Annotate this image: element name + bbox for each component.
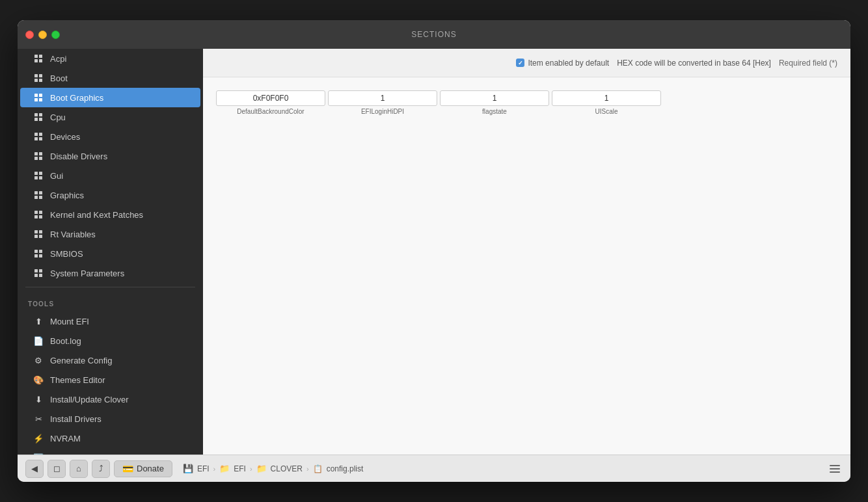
mount-efi-icon: ⬆: [33, 316, 44, 326]
grid-icon-smbios: [33, 248, 44, 259]
donate-button[interactable]: 💳 Donate: [114, 460, 172, 477]
field-efi-login: EFILoginHiDPI: [328, 90, 437, 115]
grid-icon-acpi: [33, 53, 44, 64]
data-area: DefaultBackroundColor EFILoginHiDPI flag…: [203, 77, 850, 455]
grid-icon-kernel: [33, 209, 44, 220]
new-icon: ◻: [53, 464, 61, 473]
item-enabled-group: Item enabled by default: [516, 59, 609, 68]
share-icon: ⤴: [99, 464, 103, 473]
sidebar-item-disable-drivers[interactable]: Disable Drivers: [20, 146, 200, 166]
flagstate-label: flagstate: [482, 108, 507, 115]
breadcrumb-efi1: EFI: [197, 464, 210, 473]
hamburger-line-2: [830, 468, 840, 469]
tools-divider: [25, 287, 195, 287]
item-enabled-checkbox[interactable]: [516, 59, 524, 67]
grid-icon-graphics: [33, 190, 44, 200]
hamburger-line-3: [830, 471, 840, 473]
efi-login-label: EFILoginHiDPI: [361, 108, 404, 115]
breadcrumb-config: config.plist: [327, 464, 364, 473]
grid-icon-gui: [33, 170, 44, 181]
grid-icon-system: [33, 268, 44, 278]
new-button[interactable]: ◻: [47, 460, 66, 478]
sidebar-item-install-drivers[interactable]: ✂ Install Drivers: [20, 409, 200, 429]
titlebar: SECTIONS: [18, 20, 850, 49]
field-uiscale: UIScale: [552, 90, 661, 115]
boot-log-icon: 📄: [33, 336, 44, 346]
breadcrumb: 💾 EFI › 📁 EFI › 📁 CLOVER › 📋 config.plis…: [176, 464, 823, 473]
grid-icon-devices: [33, 131, 44, 142]
flagstate-input[interactable]: [440, 90, 549, 106]
sidebar: Acpi Boot Boot Graphics Cpu: [18, 49, 203, 455]
home-button[interactable]: ⌂: [70, 460, 88, 478]
home-icon: ⌂: [76, 464, 81, 473]
titlebar-label: SECTIONS: [411, 30, 456, 39]
efi-drive-icon: 💾: [183, 464, 193, 473]
required-field-label: Required field (*): [779, 59, 837, 68]
grid-icon-rt: [33, 229, 44, 239]
breadcrumb-sep-2: ›: [250, 465, 252, 473]
default-background-input[interactable]: [216, 90, 325, 106]
sidebar-item-gui[interactable]: Gui: [20, 166, 200, 185]
default-background-label: DefaultBackroundColor: [237, 108, 304, 115]
sidebar-item-acpi[interactable]: Acpi: [20, 49, 200, 68]
generate-config-icon: ⚙: [33, 355, 44, 365]
sidebar-item-boot[interactable]: Boot: [20, 68, 200, 88]
sidebar-item-smbios[interactable]: SMBIOS: [20, 244, 200, 263]
breadcrumb-sep-3: ›: [306, 465, 309, 473]
tools-section-label: TOOLS: [18, 291, 203, 311]
share-button[interactable]: ⤴: [92, 460, 110, 478]
item-enabled-label: Item enabled by default: [528, 59, 609, 68]
footer: ◀ ◻ ⌂ ⤴ 💳 Donate 💾 EFI › 📁 EFI › 📁 CLOVE…: [18, 455, 850, 482]
fields-row: DefaultBackroundColor EFILoginHiDPI flag…: [216, 90, 837, 115]
hamburger-menu[interactable]: [827, 462, 843, 475]
close-button[interactable]: [25, 31, 34, 39]
sidebar-item-hex-converter[interactable]: 🔄 HEX converter: [20, 448, 200, 455]
sidebar-item-devices[interactable]: Devices: [20, 127, 200, 146]
install-drivers-icon: ✂: [33, 414, 44, 424]
sidebar-item-boot-log[interactable]: 📄 Boot.log: [20, 331, 200, 350]
grid-icon-cpu: [33, 112, 44, 122]
hex-label: HEX code will be converted in base 64 [H…: [617, 59, 771, 68]
efi-login-input[interactable]: [328, 90, 437, 106]
sidebar-item-kernel-kext[interactable]: Kernel and Kext Patches: [20, 205, 200, 224]
sidebar-item-graphics[interactable]: Graphics: [20, 185, 200, 205]
minimize-button[interactable]: [38, 31, 47, 39]
main-window: SECTIONS Acpi Boot Boo: [18, 20, 850, 482]
breadcrumb-sep-1: ›: [213, 465, 216, 473]
uiscale-label: UIScale: [595, 108, 617, 115]
grid-icon-boot: [33, 73, 44, 83]
back-button[interactable]: ◀: [25, 460, 44, 478]
breadcrumb-efi2: EFI: [234, 464, 246, 473]
folder-clover-icon: 📁: [256, 464, 267, 473]
grid-icon-disable-drivers: [33, 151, 44, 161]
maximize-button[interactable]: [51, 31, 60, 39]
sidebar-item-cpu[interactable]: Cpu: [20, 107, 200, 127]
file-plist-icon: 📋: [313, 464, 323, 473]
toolbar: Item enabled by default HEX code will be…: [203, 49, 850, 77]
sidebar-item-nvram[interactable]: ⚡ NVRAM: [20, 429, 200, 448]
uiscale-input[interactable]: [552, 90, 661, 106]
back-icon: ◀: [31, 464, 38, 473]
sidebar-item-install-clover[interactable]: ⬇ Install/Update Clover: [20, 390, 200, 409]
sidebar-item-system-parameters[interactable]: System Parameters: [20, 263, 200, 283]
hamburger-line-1: [830, 465, 840, 466]
grid-icon-boot-graphics: [33, 92, 44, 103]
donate-card-icon: 💳: [122, 464, 133, 474]
content-area: Item enabled by default HEX code will be…: [203, 49, 850, 455]
nvram-icon: ⚡: [33, 433, 44, 443]
install-clover-icon: ⬇: [33, 394, 44, 404]
sidebar-item-rt-variables[interactable]: Rt Variables: [20, 224, 200, 244]
hamburger-area: [827, 462, 843, 475]
folder-efi-icon: 📁: [219, 464, 230, 473]
sidebar-item-boot-graphics[interactable]: Boot Graphics: [20, 88, 200, 107]
sidebar-item-themes-editor[interactable]: 🎨 Themes Editor: [20, 370, 200, 390]
donate-label: Donate: [137, 464, 164, 473]
breadcrumb-clover: CLOVER: [271, 464, 303, 473]
traffic-lights: [25, 31, 60, 39]
field-default-background: DefaultBackroundColor: [216, 90, 325, 115]
field-flagstate: flagstate: [440, 90, 549, 115]
themes-editor-icon: 🎨: [33, 375, 44, 385]
sidebar-item-mount-efi[interactable]: ⬆ Mount EFI: [20, 311, 200, 331]
main-area: Acpi Boot Boot Graphics Cpu: [18, 49, 850, 455]
sidebar-item-generate-config[interactable]: ⚙ Generate Config: [20, 350, 200, 370]
